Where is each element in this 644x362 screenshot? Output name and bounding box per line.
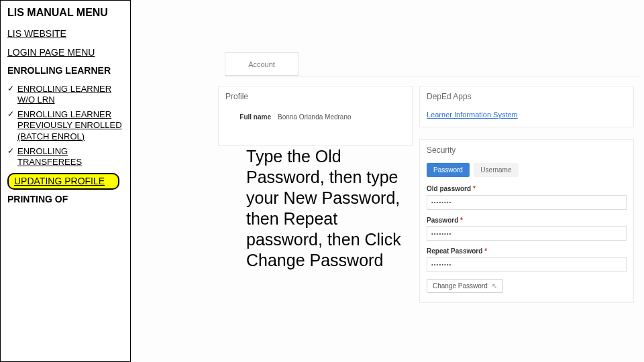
- change-password-label: Change Password: [433, 282, 488, 290]
- old-password-input[interactable]: [427, 195, 627, 210]
- toc-item-label: ENROLLING LEARNER W/O LRN: [17, 84, 123, 106]
- toc-item-label: ENROLLING LEARNER PREVIOUSLY ENROLLED (B…: [17, 109, 123, 142]
- toc-sublist: ✓ENROLLING LEARNER W/O LRN ✓ENROLLING LE…: [7, 84, 123, 168]
- toc-cutoff-row: PRINTING OF: [7, 194, 123, 204]
- sidebar-toc: LIS MANUAL MENU LIS WEBSITE LOGIN PAGE M…: [0, 0, 131, 362]
- old-password-label: Old password *: [427, 185, 627, 192]
- password-label: Password *: [427, 217, 627, 224]
- toc-section-enrolling: ENROLLING LEARNER: [7, 65, 123, 77]
- security-title: Security: [427, 145, 627, 155]
- full-name-label: Full name: [225, 113, 278, 121]
- instruction-text: Type the Old Password, then type your Ne…: [246, 146, 414, 271]
- app-link-lis[interactable]: Learner Information System: [427, 111, 518, 119]
- deped-apps-title: DepEd Apps: [427, 92, 627, 101]
- toc-item[interactable]: ✓ENROLLING LEARNER PREVIOUSLY ENROLLED (…: [7, 109, 123, 142]
- repeat-password-input[interactable]: [427, 257, 627, 272]
- toc-link-lis-website[interactable]: LIS WEBSITE: [7, 28, 123, 40]
- tab-username[interactable]: Username: [474, 163, 518, 177]
- toc-item[interactable]: ✓ENROLLING LEARNER W/O LRN: [7, 84, 123, 106]
- cursor-icon: ↖: [492, 282, 497, 290]
- toc-item[interactable]: ✓ENROLLING TRANSFEREES: [7, 146, 123, 168]
- password-input[interactable]: [427, 226, 627, 241]
- security-card: Security Password Username Old password …: [419, 139, 634, 303]
- change-password-button[interactable]: Change Password ↖: [427, 279, 503, 293]
- deped-apps-card: DepEd Apps Learner Information System: [419, 86, 634, 127]
- check-icon: ✓: [7, 146, 14, 157]
- tab-password[interactable]: Password: [427, 163, 470, 177]
- slide-main: Account Profile Full name Bonna Orianda …: [131, 0, 644, 362]
- security-tabs: Password Username: [427, 163, 627, 177]
- check-icon: ✓: [7, 84, 14, 95]
- toc-title: LIS MANUAL MENU: [7, 6, 123, 19]
- toc-item-label: ENROLLING TRANSFEREES: [17, 146, 123, 168]
- profile-card: Profile Full name Bonna Orianda Medrano: [218, 86, 413, 146]
- toc-link-updating-profile[interactable]: UPDATING PROFILE: [7, 173, 119, 190]
- repeat-password-label: Repeat Password *: [427, 247, 627, 255]
- toc-link-login-page[interactable]: LOGIN PAGE MENU: [7, 47, 123, 59]
- check-icon: ✓: [7, 109, 14, 120]
- profile-card-title: Profile: [225, 92, 405, 101]
- full-name-value: Bonna Orianda Medrano: [278, 113, 352, 121]
- tab-account[interactable]: Account: [225, 52, 299, 76]
- tab-underline: [225, 76, 641, 76]
